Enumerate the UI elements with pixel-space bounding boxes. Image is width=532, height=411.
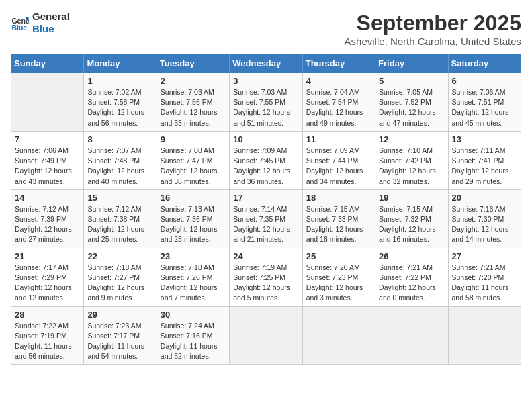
day-info: Sunrise: 7:24 AMSunset: 7:16 PMDaylight:…	[161, 321, 226, 362]
logo-general: General	[32, 11, 70, 23]
calendar-cell	[375, 306, 448, 365]
calendar-table: SundayMondayTuesdayWednesdayThursdayFrid…	[11, 54, 521, 365]
calendar-week-row: 7Sunrise: 7:06 AMSunset: 7:49 PMDaylight…	[11, 131, 521, 189]
day-info: Sunrise: 7:08 AMSunset: 7:47 PMDaylight:…	[161, 146, 226, 187]
column-header-tuesday: Tuesday	[157, 54, 229, 73]
logo-icon: General Blue	[11, 13, 30, 32]
day-number: 3	[233, 76, 298, 86]
day-info: Sunrise: 7:21 AMSunset: 7:22 PMDaylight:…	[379, 263, 444, 304]
day-number: 30	[161, 310, 226, 320]
calendar-cell: 27Sunrise: 7:21 AMSunset: 7:20 PMDayligh…	[448, 248, 521, 306]
calendar-cell: 13Sunrise: 7:11 AMSunset: 7:41 PMDayligh…	[448, 131, 521, 189]
calendar-cell: 18Sunrise: 7:15 AMSunset: 7:33 PMDayligh…	[302, 189, 375, 248]
calendar-cell: 22Sunrise: 7:18 AMSunset: 7:27 PMDayligh…	[84, 248, 157, 306]
calendar-cell: 2Sunrise: 7:03 AMSunset: 7:56 PMDaylight…	[157, 73, 229, 132]
page-header: General Blue General Blue September 2025…	[11, 11, 521, 47]
day-number: 26	[379, 251, 444, 261]
day-number: 28	[15, 310, 80, 320]
day-number: 18	[306, 193, 371, 203]
day-info: Sunrise: 7:13 AMSunset: 7:36 PMDaylight:…	[161, 204, 226, 245]
day-number: 29	[87, 310, 152, 320]
calendar-cell	[448, 306, 521, 365]
calendar-week-row: 1Sunrise: 7:02 AMSunset: 7:58 PMDaylight…	[11, 73, 521, 132]
logo-blue: Blue	[32, 23, 70, 35]
day-info: Sunrise: 7:21 AMSunset: 7:20 PMDaylight:…	[452, 263, 517, 304]
day-number: 17	[233, 193, 298, 203]
day-info: Sunrise: 7:17 AMSunset: 7:29 PMDaylight:…	[15, 263, 80, 304]
calendar-cell: 30Sunrise: 7:24 AMSunset: 7:16 PMDayligh…	[157, 306, 229, 365]
calendar-cell: 25Sunrise: 7:20 AMSunset: 7:23 PMDayligh…	[302, 248, 375, 306]
day-number: 1	[87, 76, 152, 86]
column-header-wednesday: Wednesday	[230, 54, 302, 73]
day-number: 8	[87, 134, 152, 144]
day-info: Sunrise: 7:15 AMSunset: 7:33 PMDaylight:…	[306, 204, 371, 245]
calendar-cell: 23Sunrise: 7:18 AMSunset: 7:26 PMDayligh…	[157, 248, 229, 306]
day-number: 23	[161, 251, 226, 261]
day-info: Sunrise: 7:02 AMSunset: 7:58 PMDaylight:…	[87, 87, 152, 128]
location: Asheville, North Carolina, United States	[345, 36, 521, 47]
column-header-thursday: Thursday	[302, 54, 375, 73]
calendar-week-row: 21Sunrise: 7:17 AMSunset: 7:29 PMDayligh…	[11, 248, 521, 306]
calendar-cell: 26Sunrise: 7:21 AMSunset: 7:22 PMDayligh…	[375, 248, 448, 306]
day-number: 9	[161, 134, 226, 144]
column-header-friday: Friday	[375, 54, 448, 73]
calendar-cell: 19Sunrise: 7:15 AMSunset: 7:32 PMDayligh…	[375, 189, 448, 248]
day-info: Sunrise: 7:12 AMSunset: 7:39 PMDaylight:…	[15, 204, 80, 245]
day-info: Sunrise: 7:12 AMSunset: 7:38 PMDaylight:…	[87, 204, 152, 245]
day-number: 14	[15, 193, 80, 203]
calendar-cell: 12Sunrise: 7:10 AMSunset: 7:42 PMDayligh…	[375, 131, 448, 189]
day-info: Sunrise: 7:04 AMSunset: 7:54 PMDaylight:…	[306, 87, 371, 128]
calendar-cell: 20Sunrise: 7:16 AMSunset: 7:30 PMDayligh…	[448, 189, 521, 248]
day-info: Sunrise: 7:14 AMSunset: 7:35 PMDaylight:…	[233, 204, 298, 245]
calendar-cell: 11Sunrise: 7:09 AMSunset: 7:44 PMDayligh…	[302, 131, 375, 189]
day-number: 11	[306, 134, 371, 144]
calendar-cell: 8Sunrise: 7:07 AMSunset: 7:48 PMDaylight…	[84, 131, 157, 189]
day-number: 2	[161, 76, 226, 86]
day-number: 24	[233, 251, 298, 261]
day-number: 10	[233, 134, 298, 144]
calendar-cell: 16Sunrise: 7:13 AMSunset: 7:36 PMDayligh…	[157, 189, 229, 248]
day-info: Sunrise: 7:23 AMSunset: 7:17 PMDaylight:…	[87, 321, 152, 362]
day-number: 27	[452, 251, 517, 261]
calendar-cell: 28Sunrise: 7:22 AMSunset: 7:19 PMDayligh…	[11, 306, 84, 365]
day-number: 12	[379, 134, 444, 144]
day-number: 15	[87, 193, 152, 203]
day-number: 16	[161, 193, 226, 203]
day-number: 22	[87, 251, 152, 261]
day-info: Sunrise: 7:03 AMSunset: 7:56 PMDaylight:…	[161, 87, 226, 128]
day-number: 4	[306, 76, 371, 86]
day-info: Sunrise: 7:11 AMSunset: 7:41 PMDaylight:…	[452, 146, 517, 187]
calendar-cell: 5Sunrise: 7:05 AMSunset: 7:52 PMDaylight…	[375, 73, 448, 132]
calendar-cell: 10Sunrise: 7:09 AMSunset: 7:45 PMDayligh…	[230, 131, 302, 189]
svg-text:Blue: Blue	[11, 24, 27, 32]
calendar-cell: 7Sunrise: 7:06 AMSunset: 7:49 PMDaylight…	[11, 131, 84, 189]
day-info: Sunrise: 7:05 AMSunset: 7:52 PMDaylight:…	[379, 87, 444, 128]
day-info: Sunrise: 7:09 AMSunset: 7:44 PMDaylight:…	[306, 146, 371, 187]
day-number: 20	[452, 193, 517, 203]
day-number: 19	[379, 193, 444, 203]
calendar-cell	[11, 73, 84, 132]
day-info: Sunrise: 7:03 AMSunset: 7:55 PMDaylight:…	[233, 87, 298, 128]
month-title: September 2025	[345, 11, 521, 36]
calendar-header-row: SundayMondayTuesdayWednesdayThursdayFrid…	[11, 54, 521, 73]
day-info: Sunrise: 7:07 AMSunset: 7:48 PMDaylight:…	[87, 146, 152, 187]
day-info: Sunrise: 7:09 AMSunset: 7:45 PMDaylight:…	[233, 146, 298, 187]
day-number: 21	[15, 251, 80, 261]
calendar-cell	[230, 306, 302, 365]
day-number: 5	[379, 76, 444, 86]
calendar-cell: 21Sunrise: 7:17 AMSunset: 7:29 PMDayligh…	[11, 248, 84, 306]
calendar-cell: 24Sunrise: 7:19 AMSunset: 7:25 PMDayligh…	[230, 248, 302, 306]
calendar-week-row: 28Sunrise: 7:22 AMSunset: 7:19 PMDayligh…	[11, 306, 521, 365]
calendar-cell	[302, 306, 375, 365]
calendar-cell: 29Sunrise: 7:23 AMSunset: 7:17 PMDayligh…	[84, 306, 157, 365]
day-info: Sunrise: 7:16 AMSunset: 7:30 PMDaylight:…	[452, 204, 517, 245]
calendar-cell: 9Sunrise: 7:08 AMSunset: 7:47 PMDaylight…	[157, 131, 229, 189]
column-header-monday: Monday	[84, 54, 157, 73]
day-info: Sunrise: 7:18 AMSunset: 7:27 PMDaylight:…	[87, 263, 152, 304]
calendar-cell: 3Sunrise: 7:03 AMSunset: 7:55 PMDaylight…	[230, 73, 302, 132]
calendar-cell: 17Sunrise: 7:14 AMSunset: 7:35 PMDayligh…	[230, 189, 302, 248]
day-number: 6	[452, 76, 517, 86]
calendar-cell: 1Sunrise: 7:02 AMSunset: 7:58 PMDaylight…	[84, 73, 157, 132]
calendar-cell: 4Sunrise: 7:04 AMSunset: 7:54 PMDaylight…	[302, 73, 375, 132]
day-number: 7	[15, 134, 80, 144]
